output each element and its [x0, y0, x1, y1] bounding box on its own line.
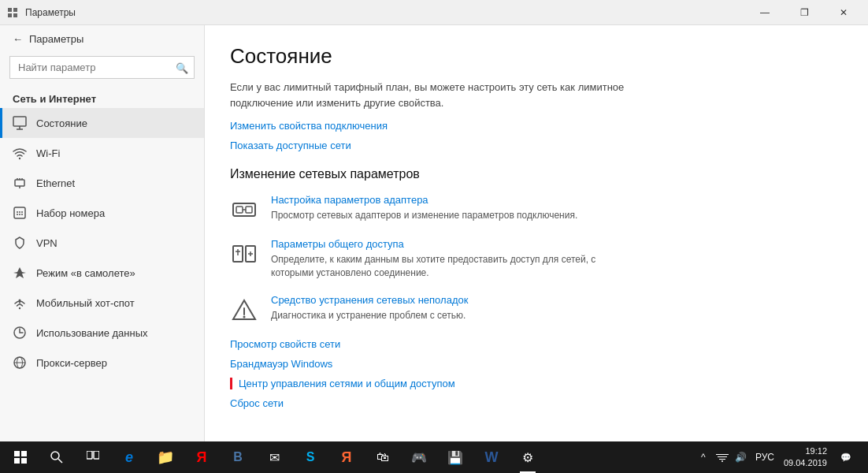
adapter-description: Просмотр сетевых адаптеров и изменение п… [271, 209, 577, 222]
description-text: Если у вас лимитный тарифный план, вы мо… [230, 80, 640, 110]
svg-point-16 [17, 214, 18, 215]
app-container: ← Параметры 🔍 Сеть и Интернет Состояние [0, 25, 868, 441]
svg-point-50 [721, 460, 723, 462]
change-settings-title: Изменение сетевых параметров [230, 167, 843, 181]
datausage-icon [13, 326, 27, 340]
status-icon [13, 116, 27, 130]
notification-button[interactable]: 💬 [833, 441, 859, 473]
page-title: Состояние [230, 44, 843, 69]
network-option-troubleshoot: Средство устранения сетевых неполадок Ди… [230, 294, 843, 324]
svg-rect-28 [246, 207, 252, 213]
sharing-title[interactable]: Параметры общего доступа [271, 238, 625, 250]
sidebar-item-vpn[interactable]: VPN [0, 228, 204, 258]
system-tray: ^ 🔊 РУС 19:12 09.04.2019 💬 [689, 441, 865, 473]
taskbar-app-games[interactable]: 🎮 [402, 441, 436, 473]
tray-expand-icon[interactable]: ^ [696, 449, 711, 465]
tray-language[interactable]: РУС [752, 452, 777, 463]
svg-rect-45 [87, 451, 92, 459]
svg-rect-27 [236, 207, 243, 213]
tray-volume-icon[interactable]: 🔊 [733, 449, 749, 465]
close-button[interactable]: ✕ [825, 0, 862, 25]
search-container: 🔍 [9, 56, 195, 79]
svg-rect-39 [14, 451, 20, 456]
maximize-button[interactable]: ❐ [786, 0, 822, 25]
sidebar-item-status[interactable]: Состояние [0, 108, 204, 138]
sidebar-item-label-proxy: Прокси-сервер [36, 357, 107, 369]
sidebar-item-wifi[interactable]: Wi-Fi [0, 138, 204, 168]
taskbar-app-yandex[interactable]: Я [184, 441, 219, 473]
link-reset[interactable]: Сброс сети [230, 397, 843, 409]
sidebar-item-label-wifi: Wi-Fi [36, 147, 60, 159]
sidebar-back-button[interactable]: ← Параметры [0, 25, 204, 53]
taskbar-app-vk[interactable]: В [221, 441, 255, 473]
titlebar: Параметры — ❐ ✕ [0, 0, 868, 25]
svg-point-13 [17, 211, 18, 213]
svg-point-21 [19, 300, 21, 302]
svg-rect-2 [8, 13, 12, 17]
sidebar-item-datausage[interactable]: Использование данных [0, 318, 204, 348]
adapter-icon [230, 196, 258, 224]
svg-point-43 [51, 452, 59, 460]
taskbar-app-store[interactable]: 🛍 [365, 441, 400, 473]
svg-point-17 [19, 214, 20, 215]
window-title: Параметры [25, 7, 747, 18]
link-show-networks[interactable]: Показать доступные сети [230, 140, 843, 151]
start-button[interactable] [3, 441, 38, 473]
svg-rect-40 [21, 451, 27, 456]
adapter-text: Настройка параметров адаптера Просмотр с… [271, 194, 577, 222]
svg-rect-46 [94, 451, 99, 459]
taskbar-app-edge[interactable]: e [112, 441, 147, 473]
sharing-description: Определите, к каким данным вы хотите пре… [271, 253, 625, 280]
sidebar-item-ethernet[interactable]: Ethernet [0, 168, 204, 198]
sidebar-item-hotspot[interactable]: Мобильный хот-спот [0, 288, 204, 318]
minimize-button[interactable]: — [747, 0, 783, 25]
link-view-props[interactable]: Просмотр свойств сети [230, 338, 843, 350]
tray-clock[interactable]: 19:12 09.04.2019 [781, 445, 830, 470]
sidebar-item-airplane[interactable]: Режим «в самолете» [0, 258, 204, 288]
taskbar-app-explorer[interactable]: 📁 [148, 441, 183, 473]
svg-point-14 [19, 211, 20, 213]
link-change-props[interactable]: Изменить свойства подключения [230, 120, 843, 132]
hotspot-icon [13, 296, 27, 310]
svg-point-15 [21, 211, 23, 213]
sidebar-item-label-datausage: Использование данных [36, 327, 148, 339]
sharing-text: Параметры общего доступа Определите, к к… [271, 238, 625, 280]
network-option-sharing: Параметры общего доступа Определите, к к… [230, 238, 843, 280]
svg-rect-0 [8, 8, 12, 12]
svg-point-38 [243, 315, 246, 318]
troubleshoot-icon [230, 296, 258, 324]
taskbar-search-button[interactable] [39, 441, 74, 473]
task-view-button[interactable] [76, 441, 110, 473]
taskbar-app-usb[interactable]: 💾 [438, 441, 473, 473]
sidebar-item-proxy[interactable]: Прокси-сервер [0, 348, 204, 378]
wifi-icon [13, 146, 27, 160]
svg-rect-47 [716, 454, 729, 455]
taskbar-app-word[interactable]: W [474, 441, 509, 473]
sidebar-item-label-hotspot: Мобильный хот-спот [36, 297, 135, 309]
titlebar-icon [6, 6, 19, 19]
adapter-title[interactable]: Настройка параметров адаптера [271, 194, 577, 206]
taskbar-app-mail[interactable]: ✉ [257, 441, 291, 473]
back-label: Параметры [29, 33, 83, 45]
link-firewall[interactable]: Брандмауэр Windows [230, 358, 843, 370]
vpn-icon [13, 236, 27, 250]
link-network-center[interactable]: Центр управления сетями и общим доступом [230, 378, 843, 389]
taskbar-app-yandex2[interactable]: Я [329, 441, 364, 473]
sidebar-item-label-airplane: Режим «в самолете» [36, 267, 135, 279]
sidebar-item-label-ethernet: Ethernet [36, 177, 75, 189]
sidebar: ← Параметры 🔍 Сеть и Интернет Состояние [0, 25, 205, 441]
ethernet-icon [13, 176, 27, 190]
taskbar-apps: e 📁 Я В ✉ S Я 🛍 🎮 💾 W ⚙ [112, 441, 688, 473]
window-controls: — ❐ ✕ [747, 0, 862, 25]
search-input[interactable] [9, 56, 195, 79]
sidebar-section-label: Сеть и Интернет [0, 85, 204, 108]
taskbar-app-settings[interactable]: ⚙ [510, 441, 545, 473]
svg-rect-48 [718, 456, 727, 457]
tray-network-icon[interactable] [714, 449, 730, 465]
taskbar-app-skype[interactable]: S [293, 441, 328, 473]
svg-rect-41 [14, 458, 20, 464]
sidebar-item-label-dialup: Набор номера [36, 207, 105, 219]
troubleshoot-title[interactable]: Средство устранения сетевых неполадок [271, 294, 468, 306]
sidebar-item-dialup[interactable]: Набор номера [0, 198, 204, 228]
proxy-icon [13, 356, 27, 370]
